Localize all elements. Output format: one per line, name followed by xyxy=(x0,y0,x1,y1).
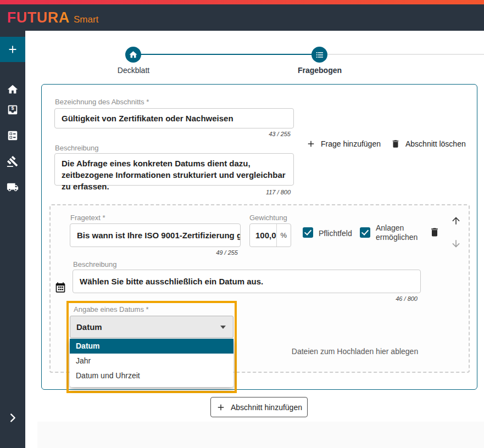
move-question-down-icon[interactable] xyxy=(450,238,461,249)
plus-icon xyxy=(7,43,19,55)
date-type-select[interactable]: Datum xyxy=(70,316,233,338)
dropdown-option-jahr[interactable]: Jahr xyxy=(70,354,233,368)
delete-section-button[interactable]: Abschnitt löschen xyxy=(391,137,466,151)
sidebar-expand-icon[interactable] xyxy=(7,412,19,424)
weight-label: Gewichtung xyxy=(249,214,287,222)
move-question-up-icon[interactable] xyxy=(450,215,461,226)
step-fragebogen-circle[interactable] xyxy=(311,47,327,63)
delete-question-icon[interactable] xyxy=(429,226,440,238)
trash-icon xyxy=(391,139,400,149)
attachments-checkbox-label[interactable]: Anlagen ermöglichen xyxy=(376,223,427,242)
sidebar-add-button[interactable] xyxy=(0,37,25,62)
question-description-label: Beschreibung xyxy=(73,260,117,268)
app-root: FUTURA Smart $ xyxy=(0,0,484,448)
section-name-input[interactable]: Gültigkeit von Zertifikaten oder Nachwei… xyxy=(54,108,294,128)
question-block: Fragetext * Bis wann ist Ihre ISO 9001-Z… xyxy=(49,204,470,373)
weight-unit: % xyxy=(277,224,291,247)
add-section-label: Abschnitt hinzufügen xyxy=(231,403,302,412)
date-type-select-value: Datum xyxy=(70,322,220,332)
add-question-button[interactable]: Frage hinzufügen xyxy=(306,137,381,151)
date-select-label: Angabe eines Datums * xyxy=(74,305,149,313)
step-fragebogen-label[interactable]: Fragebogen xyxy=(287,66,353,75)
calendar-icon xyxy=(55,282,66,293)
plus-icon xyxy=(216,402,226,412)
required-checkbox[interactable] xyxy=(303,227,313,238)
gavel-icon[interactable] xyxy=(7,155,19,167)
weight-input-group: 100,0 % xyxy=(249,223,291,247)
question-description-input[interactable]: Wählen Sie bitte ausschließlich ein Datu… xyxy=(73,270,421,293)
section-description-label: Beschreibung xyxy=(55,144,99,152)
step-deckblatt-circle[interactable] xyxy=(125,47,141,63)
list-icon xyxy=(315,51,324,59)
question-text-label: Fragetext * xyxy=(70,214,105,222)
brand-accent-strip xyxy=(0,0,484,4)
highlight-annotation-box: Angabe eines Datums * Datum Datum Jahr D… xyxy=(66,301,237,393)
home-icon xyxy=(129,50,138,59)
home-icon[interactable] xyxy=(7,83,19,96)
stepper-connector-active xyxy=(133,54,320,55)
brand-logo: FUTURA xyxy=(7,9,70,26)
question-text-input[interactable]: Bis wann ist Ihre ISO 9001-Zertifizierun… xyxy=(70,223,241,247)
question-text-counter: 49 / 255 xyxy=(70,249,238,256)
dropdown-option-datum-uhrzeit[interactable]: Datum und Uhrzeit xyxy=(70,368,233,383)
add-section-button[interactable]: Abschnitt hinzufügen xyxy=(210,397,308,417)
section-name-counter: 43 / 255 xyxy=(54,131,291,137)
section-description-input[interactable]: Die Abfrage eines konkreten Datums dient… xyxy=(54,153,294,186)
delete-section-label: Abschnitt löschen xyxy=(405,139,466,148)
dropdown-option-datum[interactable]: Datum xyxy=(70,339,233,354)
sidebar: $ xyxy=(0,31,25,448)
required-checkbox-label[interactable]: Pflichtfeld xyxy=(319,229,352,238)
chevron-down-icon xyxy=(220,326,226,329)
checklist-icon[interactable] xyxy=(7,130,19,142)
weight-input[interactable]: 100,0 xyxy=(250,224,276,247)
next-section-panel xyxy=(37,422,484,448)
date-type-dropdown-menu: Datum Jahr Datum und Uhrzeit xyxy=(70,339,233,387)
plus-icon xyxy=(306,139,316,149)
svg-text:$: $ xyxy=(11,105,14,111)
add-question-label: Frage hinzufügen xyxy=(321,139,381,148)
inbox-dollar-icon[interactable]: $ xyxy=(7,104,19,116)
attachments-checkbox[interactable] xyxy=(360,227,370,238)
step-deckblatt-label[interactable]: Deckblatt xyxy=(101,66,166,75)
stepper-connector-inactive xyxy=(327,54,484,55)
file-dropzone[interactable]: Dateien zum Hochladen hier ablegen xyxy=(258,347,452,356)
truck-icon[interactable] xyxy=(7,181,19,193)
app-header: FUTURA Smart xyxy=(0,4,484,31)
section-name-label: Bezeichnung des Abschnitts * xyxy=(55,98,149,106)
brand-logo-suffix: Smart xyxy=(74,10,98,25)
section-card: Bezeichnung des Abschnitts * Gültigkeit … xyxy=(41,84,477,390)
section-description-counter: 117 / 800 xyxy=(54,189,291,195)
